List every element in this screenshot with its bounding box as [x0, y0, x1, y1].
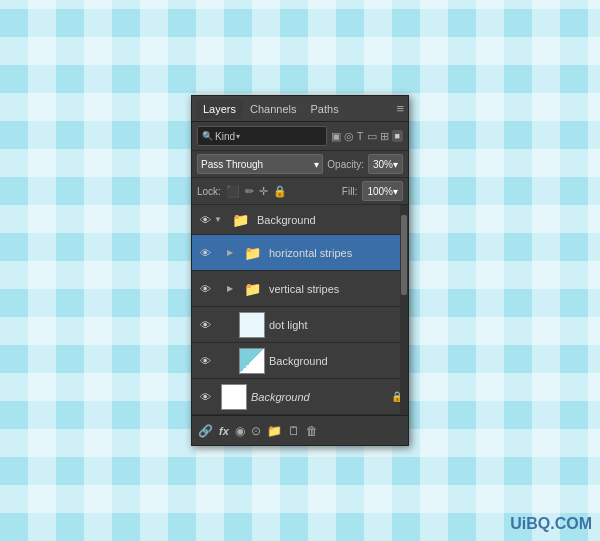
folder-icon: 📁 [244, 281, 261, 297]
tab-layers[interactable]: Layers [196, 99, 243, 119]
lock-pixels-icon[interactable]: ✏ [245, 185, 254, 198]
layer-item[interactable]: 👁 dot light [192, 307, 408, 343]
layer-name: horizontal stripes [269, 247, 403, 259]
search-input-wrap[interactable]: 🔍 Kind ▾ [197, 126, 327, 146]
opacity-arrow: ▾ [393, 159, 398, 170]
blend-mode-arrow: ▾ [314, 159, 319, 170]
new-layer-icon[interactable]: 🗒 [288, 424, 300, 438]
folder-icon: 📁 [244, 245, 261, 261]
search-icon: 🔍 [202, 131, 213, 141]
fill-input[interactable]: 100% ▾ [362, 181, 403, 201]
lock-row: Lock: ⬛ ✏ ✛ 🔒 Fill: 100% ▾ [192, 178, 408, 205]
lock-label: Lock: [197, 186, 221, 197]
layer-thumbnail-icon[interactable]: ▣ [331, 130, 341, 143]
layer-name: Background [257, 214, 403, 226]
fill-value-text: 100% [367, 186, 393, 197]
tab-paths[interactable]: Paths [304, 99, 346, 119]
layer-thumbnail: 📁 [227, 207, 253, 233]
blend-mode-label: Pass Through [201, 159, 263, 170]
visibility-icon[interactable]: 👁 [197, 317, 213, 333]
lock-position-icon[interactable]: ✛ [259, 185, 268, 198]
text-icon[interactable]: T [357, 130, 364, 142]
adjustment-icon[interactable]: ⊙ [251, 424, 261, 438]
layer-thumbnail [239, 348, 265, 374]
effects-icon[interactable]: fx [219, 425, 229, 437]
layer-name: Background [251, 391, 391, 403]
layer-item[interactable]: 👁 ▶ 📁 vertical stripes [192, 271, 408, 307]
layers-area: 👁 ▼ 📁 Background 👁 ▶ 📁 horizontal stripe… [192, 205, 408, 415]
layers-panel: Layers Channels Paths ≡ 🔍 Kind ▾ ▣ ◎ T ▭… [191, 95, 409, 446]
link-layers-icon[interactable]: 🔗 [198, 424, 213, 438]
fill-label: Fill: [342, 186, 358, 197]
search-toolbar-icons: ▣ ◎ T ▭ ⊞ ■ [331, 130, 403, 143]
bottom-toolbar: 🔗 fx ◉ ⊙ 📁 🗒 🗑 [192, 415, 408, 445]
tab-channels[interactable]: Channels [243, 99, 303, 119]
expand-arrow[interactable]: ▼ [213, 215, 223, 225]
layer-item[interactable]: 👁 Background [192, 343, 408, 379]
layers-list: 👁 ▼ 📁 Background 👁 ▶ 📁 horizontal stripe… [192, 205, 408, 415]
delete-layer-icon[interactable]: 🗑 [306, 424, 318, 438]
visibility-icon[interactable]: 👁 [197, 281, 213, 297]
filter-icon[interactable]: ■ [392, 130, 403, 142]
layer-item[interactable]: 👁 ▶ 📁 horizontal stripes [192, 235, 408, 271]
lock-all-icon[interactable]: 🔒 [273, 185, 287, 198]
expand-arrow[interactable]: ▶ [225, 248, 235, 258]
circle-icon[interactable]: ◎ [344, 130, 354, 143]
opacity-value-text: 30% [373, 159, 393, 170]
opacity-input[interactable]: 30% ▾ [368, 154, 403, 174]
layer-item[interactable]: 👁 ▼ 📁 Background [192, 205, 408, 235]
layer-thumbnail: 📁 [239, 240, 265, 266]
opacity-label: Opacity: [327, 159, 364, 170]
shape-icon[interactable]: ▭ [367, 130, 377, 143]
add-mask-icon[interactable]: ◉ [235, 424, 245, 438]
visibility-icon[interactable]: 👁 [197, 212, 213, 228]
layer-name: dot light [269, 319, 403, 331]
scrollbar[interactable] [400, 205, 408, 415]
scrollbar-thumb[interactable] [401, 215, 407, 295]
search-kind-arrow[interactable]: ▾ [236, 132, 240, 141]
visibility-icon[interactable]: 👁 [197, 389, 213, 405]
layer-name: Background [269, 355, 403, 367]
visibility-icon[interactable]: 👁 [197, 353, 213, 369]
watermark: UiBQ.COM [510, 515, 592, 533]
fill-arrow: ▾ [393, 186, 398, 197]
search-kind-label: Kind [215, 131, 235, 142]
smart-object-icon[interactable]: ⊞ [380, 130, 389, 143]
blend-row: Pass Through ▾ Opacity: 30% ▾ [192, 151, 408, 178]
expand-arrow[interactable]: ▶ [225, 284, 235, 294]
folder-icon: 📁 [232, 212, 249, 228]
layer-name: vertical stripes [269, 283, 403, 295]
lock-transparency-icon[interactable]: ⬛ [226, 185, 240, 198]
layer-thumbnail [221, 384, 247, 410]
layer-item[interactable]: 👁 Background 🔒 [192, 379, 408, 415]
tab-bar: Layers Channels Paths ≡ [192, 96, 408, 122]
visibility-icon[interactable]: 👁 [197, 245, 213, 261]
new-group-icon[interactable]: 📁 [267, 424, 282, 438]
layer-thumbnail [239, 312, 265, 338]
panel-menu-icon[interactable]: ≡ [396, 101, 404, 116]
search-bar: 🔍 Kind ▾ ▣ ◎ T ▭ ⊞ ■ [192, 122, 408, 151]
blend-mode-select[interactable]: Pass Through ▾ [197, 154, 323, 174]
layer-thumbnail: 📁 [239, 276, 265, 302]
